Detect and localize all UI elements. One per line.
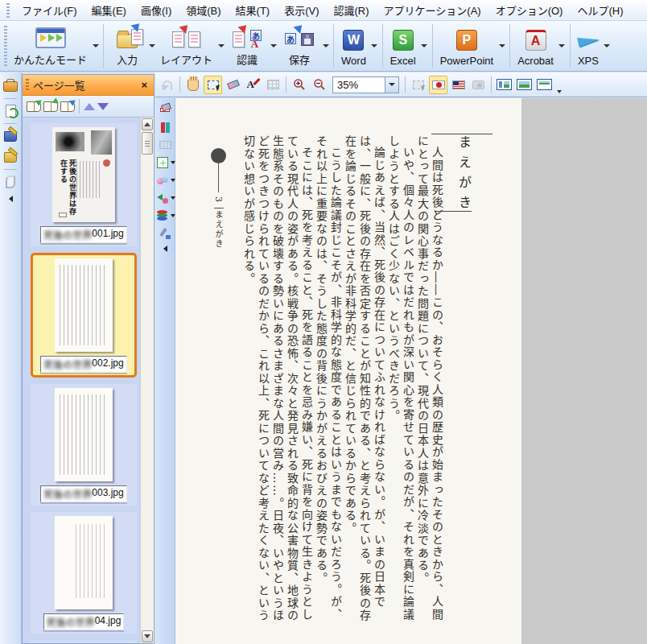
- zoom-dropdown-button[interactable]: [385, 76, 399, 93]
- blue-notebook-button[interactable]: [2, 128, 19, 144]
- enhance-dropdown[interactable]: [171, 196, 175, 200]
- enhance-button[interactable]: [155, 191, 170, 205]
- xps-dropdown[interactable]: [603, 23, 612, 68]
- insert-page-before-icon[interactable]: [27, 101, 41, 112]
- excel-button[interactable]: S Excel: [386, 23, 420, 69]
- thumbnail-filename: 死後の世界003.jpg: [40, 485, 126, 502]
- yellow-notebook-button[interactable]: [2, 149, 19, 165]
- word-dropdown[interactable]: [370, 23, 379, 68]
- view-layout-2-button[interactable]: [515, 76, 534, 94]
- thumbnail-page-image: [55, 388, 113, 481]
- easy-mode-dropdown[interactable]: [91, 23, 100, 68]
- layout-button[interactable]: レイアウト: [156, 23, 216, 69]
- thumbnail-page-2-selected[interactable]: 死後の世界002.jpg: [31, 253, 137, 378]
- move-page-up-button[interactable]: [84, 103, 95, 110]
- view-layout-3-button[interactable]: [535, 76, 554, 94]
- marquee-select-icon: [208, 80, 219, 89]
- scroll-up-button[interactable]: [142, 118, 153, 130]
- collapse-left-rail-arrow[interactable]: [9, 196, 13, 202]
- menu-recognize[interactable]: 認識(R): [327, 0, 377, 20]
- zoom-level-value[interactable]: 35%: [332, 76, 385, 93]
- easy-mode-label: かんたんモード: [14, 52, 87, 67]
- menu-result[interactable]: 結果(T): [229, 0, 278, 20]
- recognize-dropdown[interactable]: [269, 23, 278, 68]
- zoom-level-combobox[interactable]: 35%: [332, 76, 399, 93]
- xps-button[interactable]: XPS: [574, 23, 603, 69]
- scrollbar-thumb[interactable]: [142, 132, 153, 155]
- scanned-page[interactable]: まえがき 3 まえがき 人間は死後どうなるか――この、おそらく人類の歴史が始まっ…: [175, 98, 521, 644]
- page-number-marker: 3 まえがき: [211, 148, 226, 249]
- collapse-image-toolbar-arrow[interactable]: [163, 246, 167, 252]
- toolbar-overflow-arrow[interactable]: [557, 90, 562, 93]
- smooth-button[interactable]: [155, 173, 170, 188]
- hand-tool-button[interactable]: [183, 76, 202, 94]
- scroll-down-button[interactable]: [142, 630, 153, 642]
- menu-application[interactable]: アプリケーション(A): [377, 0, 488, 20]
- toolbar-separator: [333, 24, 334, 68]
- language-english-button[interactable]: [449, 76, 468, 94]
- cleanup-dropdown[interactable]: [171, 161, 175, 164]
- move-page-down-button[interactable]: [97, 103, 109, 110]
- recognize-button[interactable]: あ A 認識: [225, 23, 269, 69]
- insert-page-after-icon[interactable]: [43, 101, 58, 112]
- paragraph: 論じあえば、当然、死後の存在についてふれなければならない。が、いまの日本では、一…: [343, 135, 386, 623]
- menu-help[interactable]: ヘルプ(H): [570, 0, 630, 20]
- layout-dropdown[interactable]: [216, 23, 225, 68]
- history-button[interactable]: [2, 174, 19, 190]
- content-area: ページ一覧 × 死後の世界は存在する: [0, 72, 647, 644]
- page-list-header: ページ一覧 ×: [23, 75, 154, 96]
- menu-image[interactable]: 画像(I): [134, 0, 179, 20]
- page-thumbnail-list: 死後の世界は存在する 死後の世界001.jpg 死後の世界002.jpg: [23, 118, 154, 643]
- page-list-close-icon[interactable]: ×: [139, 79, 149, 91]
- document-process-button[interactable]: [2, 103, 19, 119]
- layout-icon: [169, 27, 204, 51]
- thumbnail-page-image: [55, 258, 113, 352]
- page-list-grip[interactable]: [26, 79, 29, 92]
- menu-file[interactable]: ファイル(F): [14, 0, 84, 20]
- thumbnail-page-image: [55, 516, 113, 609]
- recognize-label: 認識: [237, 52, 258, 67]
- draw-tool-button[interactable]: [158, 226, 172, 241]
- us-flag-icon: [452, 80, 465, 89]
- menu-region[interactable]: 領域(B): [179, 0, 228, 20]
- zoom-in-button[interactable]: [290, 76, 308, 94]
- color-layers-button[interactable]: [155, 208, 170, 223]
- color-layers-dropdown[interactable]: [171, 214, 175, 217]
- eraser-tool-button[interactable]: [224, 76, 242, 94]
- paragraph: そこには、死を考えること、死を語ることを忌み嫌い、死に背を向けて生きようとしてい…: [241, 135, 314, 623]
- acrobat-dropdown[interactable]: [558, 23, 567, 68]
- menu-edit[interactable]: 編集(E): [84, 0, 134, 20]
- view-layout-1-button[interactable]: [495, 76, 513, 94]
- thumbnail-page-1[interactable]: 死後の世界は存在する 死後の世界001.jpg: [31, 123, 137, 246]
- batch-toolbox-button[interactable]: [2, 78, 19, 94]
- save-dropdown[interactable]: [321, 23, 330, 68]
- thumbnail-page-3[interactable]: 死後の世界003.jpg: [31, 384, 137, 506]
- excel-icon: S: [393, 30, 414, 51]
- powerpoint-label: PowerPoint: [440, 55, 493, 67]
- word-button[interactable]: W Word: [337, 23, 370, 69]
- page-list-scrollbar[interactable]: [140, 118, 154, 643]
- thumbnail-page-4[interactable]: 死後の世界04.jpg: [31, 512, 137, 634]
- save-button[interactable]: あ 保存: [278, 23, 321, 69]
- thumbnail-page-5[interactable]: [31, 640, 137, 643]
- powerpoint-dropdown[interactable]: [497, 23, 506, 68]
- menu-view[interactable]: 表示(V): [277, 0, 326, 20]
- crop-button: [409, 76, 427, 94]
- smooth-dropdown[interactable]: [171, 179, 175, 182]
- powerpoint-button[interactable]: P PowerPoint: [436, 23, 497, 69]
- input-dropdown[interactable]: [147, 23, 156, 68]
- easy-mode-button[interactable]: かんたんモード: [10, 23, 91, 69]
- language-japanese-button[interactable]: [429, 76, 447, 94]
- document-canvas: まえがき 3 まえがき 人間は死後どうなるか――この、おそらく人類の歴史が始まっ…: [155, 98, 647, 644]
- acrobat-button[interactable]: A Acrobat: [513, 23, 558, 69]
- split-color-button[interactable]: [158, 120, 172, 134]
- select-region-tool-button[interactable]: [204, 76, 222, 94]
- menu-option[interactable]: オプション(O): [488, 0, 571, 20]
- input-button[interactable]: 入力: [107, 23, 147, 69]
- zoom-out-button[interactable]: [310, 76, 328, 94]
- replace-page-icon[interactable]: [60, 101, 75, 112]
- text-correct-tool-button[interactable]: A: [244, 76, 262, 94]
- erase-region-button[interactable]: [158, 102, 172, 117]
- excel-dropdown[interactable]: [420, 23, 429, 68]
- cleanup-button[interactable]: [155, 155, 170, 170]
